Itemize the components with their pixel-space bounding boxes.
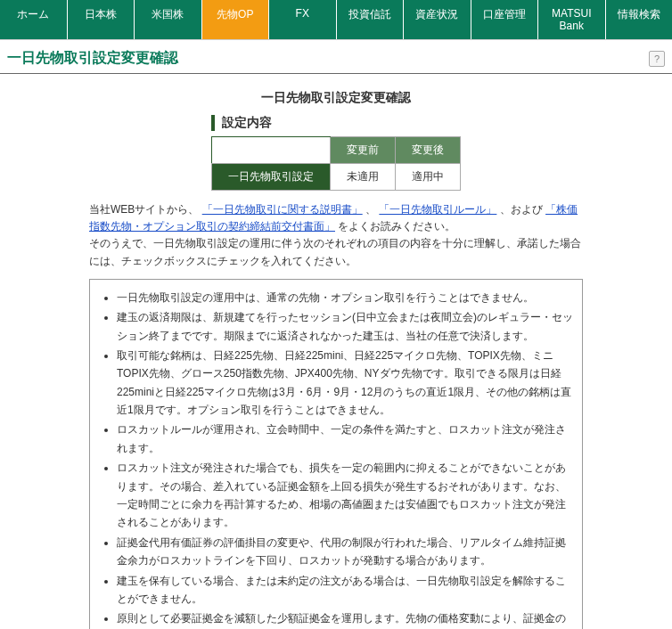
nav-jp-stock[interactable]: 日本株 — [68, 0, 135, 39]
global-nav: ホーム 日本株 米国株 先物OP FX 投資信託 資産状況 口座管理 MATSU… — [0, 0, 672, 40]
link-rules[interactable]: 「一日先物取引ルール」 — [379, 203, 496, 216]
note-item: ロスカット注文が発注された場合でも、損失を一定の範囲内に抑えることができないこと… — [117, 459, 573, 532]
content-area: 一日先物取引設定変更確認 設定内容 変更前 変更後 一日先物取引設定 未適用 適… — [0, 74, 672, 629]
nav-matsui-bank[interactable]: MATSUI Bank — [538, 0, 606, 39]
nav-assets[interactable]: 資産状況 — [404, 0, 471, 39]
sub-title: 一日先物取引設定変更確認 — [36, 90, 636, 106]
help-icon[interactable]: ? — [649, 51, 665, 67]
link-manual[interactable]: 「一日先物取引に関する説明書」 — [202, 203, 363, 216]
page-title-bar: 一日先物取引設定変更確認 ? — [0, 40, 672, 74]
notes-box: 一日先物取引設定の運用中は、通常の先物・オプション取引を行うことはできません。 … — [89, 279, 583, 629]
note-item: 証拠金代用有価証券の評価掛目の変更や、代用の制限が行われた場合、リアルタイム維持… — [117, 534, 573, 570]
nav-us-stock[interactable]: 米国株 — [135, 0, 202, 39]
col-before: 変更前 — [331, 137, 396, 164]
note-item: 建玉を保有している場合、または未約定の注文がある場合は、一日先物取引設定を解除す… — [117, 572, 573, 609]
intro-text: 当社WEBサイトから、 「一日先物取引に関する説明書」 、 「一日先物取引ルール… — [89, 201, 583, 270]
intro-prefix: 当社WEBサイトから、 — [89, 203, 199, 216]
nav-account[interactable]: 口座管理 — [471, 0, 539, 39]
col-after: 変更後 — [396, 137, 461, 164]
nav-futures-op[interactable]: 先物OP — [202, 0, 270, 39]
row-label: 一日先物取引設定 — [212, 164, 331, 191]
nav-mutual-fund[interactable]: 投資信託 — [337, 0, 405, 39]
settings-table: 変更前 変更後 一日先物取引設定 未適用 適用中 — [211, 136, 461, 191]
note-item: 取引可能な銘柄は、日経225先物、日経225mini、日経225マイクロ先物、T… — [117, 347, 573, 420]
page-title: 一日先物取引設定変更確認 — [7, 49, 178, 68]
note-item: 建玉の返済期限は、新規建てを行ったセッション(日中立会または夜間立会)のレギュラ… — [117, 308, 573, 345]
nav-home[interactable]: ホーム — [0, 0, 68, 39]
section-header: 設定内容 — [211, 115, 461, 131]
intro-line2: そのうえで、一日先物取引設定の運用に伴う次のそれぞれの項目の内容を十分に理解し、… — [89, 237, 581, 266]
note-item: ロスカットルールが運用され、立会時間中、一定の条件を満たすと、ロスカット注文が発… — [117, 421, 573, 457]
nav-fx[interactable]: FX — [269, 0, 337, 39]
note-item: 一日先物取引設定の運用中は、通常の先物・オプション取引を行うことはできません。 — [117, 289, 573, 306]
nav-info-search[interactable]: 情報検索 — [606, 0, 673, 39]
val-before: 未適用 — [331, 164, 396, 191]
val-after: 適用中 — [396, 164, 461, 191]
note-item: 原則として必要証拠金を減額した少額証拠金を運用します。先物の価格変動により、証拠… — [117, 609, 573, 629]
